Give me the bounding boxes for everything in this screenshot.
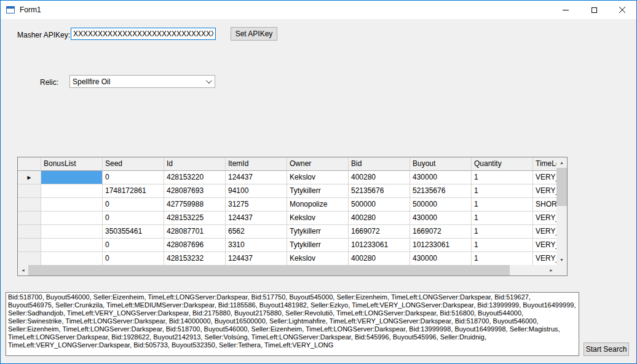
column-header-seed[interactable]: Seed [103, 157, 164, 171]
grid-cell[interactable] [41, 225, 103, 239]
grid-cell[interactable]: VERY_LONG [533, 239, 556, 252]
grid-cell[interactable]: 1 [472, 225, 533, 239]
grid-cell[interactable]: 3310 [226, 239, 287, 252]
grid-horizontal-scrollbar[interactable]: ◄ ► [18, 265, 556, 275]
relic-dropdown[interactable]: Spellfire Oil [69, 75, 215, 88]
grid-cell[interactable]: 0 [103, 239, 164, 252]
column-header-itemid[interactable]: ItemId [226, 157, 287, 171]
grid-cell[interactable]: 428087696 [164, 239, 226, 252]
grid-cell[interactable]: 430000 [410, 171, 472, 184]
grid-cell[interactable]: VERY_LONG [533, 252, 556, 265]
horizontal-scroll-thumb[interactable] [28, 265, 510, 275]
scroll-left-icon[interactable]: ◄ [18, 265, 28, 275]
grid-cell[interactable]: 1 [472, 184, 533, 198]
scroll-up-icon[interactable]: ▲ [556, 157, 567, 168]
grid-cell[interactable]: SHORT [533, 198, 556, 212]
grid-cell[interactable]: 0 [103, 252, 164, 265]
grid-cell[interactable]: 500000 [349, 198, 410, 212]
grid-cell[interactable]: Tytykillerr [287, 225, 349, 239]
row-header[interactable] [18, 239, 41, 252]
grid-corner-cell[interactable] [18, 157, 41, 171]
grid-cell[interactable]: 430000 [410, 252, 472, 265]
grid-cell[interactable] [41, 252, 103, 265]
grid-cell[interactable]: 400280 [349, 171, 410, 184]
row-header[interactable] [18, 252, 41, 265]
grid-cell[interactable]: 1 [472, 171, 533, 184]
grid-cell[interactable]: 400280 [349, 252, 410, 265]
grid-cell[interactable]: 124437 [226, 212, 287, 225]
close-button[interactable] [608, 1, 636, 19]
set-apikey-button[interactable]: Set APIKey [231, 27, 277, 41]
grid-cell[interactable]: 1748172861 [103, 184, 164, 198]
grid-cell[interactable]: Kekslov [287, 171, 349, 184]
row-header[interactable] [18, 212, 41, 225]
grid-cell[interactable]: 6562 [226, 225, 287, 239]
grid-cell[interactable] [41, 239, 103, 252]
grid-cell[interactable]: 428153232 [164, 252, 226, 265]
grid-cell[interactable]: Kekslov [287, 252, 349, 265]
grid-cell[interactable]: 101233061 [410, 239, 472, 252]
column-header-bonuslist[interactable]: BonusList [41, 157, 103, 171]
apikey-input[interactable] [71, 28, 216, 40]
horizontal-scroll-track[interactable] [28, 265, 546, 275]
grid-cell[interactable]: 1 [472, 252, 533, 265]
grid-vertical-scrollbar[interactable]: ▲ ▼ [556, 157, 567, 265]
grid-cell[interactable]: 428153220 [164, 171, 226, 184]
column-header-buyout[interactable]: Buyout [410, 157, 472, 171]
column-header-owner[interactable]: Owner [287, 157, 349, 171]
grid-cell[interactable]: 427759988 [164, 198, 226, 212]
row-header[interactable] [18, 184, 41, 198]
grid-cell[interactable]: 1 [472, 239, 533, 252]
grid-cell[interactable]: 0 [103, 198, 164, 212]
grid-cell[interactable]: VERY_LONG [533, 184, 556, 198]
column-header-quantity[interactable]: Quantity [472, 157, 533, 171]
grid-cell[interactable]: 430000 [410, 212, 472, 225]
start-search-button[interactable]: Start Search [584, 342, 629, 356]
grid-cell[interactable]: 428087701 [164, 225, 226, 239]
grid-cell[interactable]: 52135676 [410, 184, 472, 198]
grid-cell[interactable]: 94100 [226, 184, 287, 198]
grid-cell[interactable]: 124437 [226, 252, 287, 265]
grid-cell[interactable]: 400280 [349, 212, 410, 225]
maximize-button[interactable] [580, 1, 608, 19]
grid-cell[interactable]: 52135676 [349, 184, 410, 198]
grid-cell[interactable]: VERY_LONG [533, 212, 556, 225]
grid-cell[interactable]: VERY_LONG [533, 171, 556, 184]
table-row: 04280876963310Tytykillerr101233061101233… [18, 239, 556, 252]
row-header[interactable]: ► [18, 171, 41, 184]
grid-cell[interactable]: 0 [103, 171, 164, 184]
grid-cell[interactable]: 1 [472, 198, 533, 212]
title-bar[interactable]: Form1 [1, 1, 636, 19]
minimize-button[interactable] [552, 1, 580, 19]
column-header-id[interactable]: Id [164, 157, 226, 171]
grid-cell[interactable] [41, 171, 103, 184]
grid-cell[interactable]: 0 [103, 212, 164, 225]
scroll-down-icon[interactable]: ▼ [556, 255, 567, 265]
grid-cell[interactable] [41, 184, 103, 198]
grid-cell[interactable]: 500000 [410, 198, 472, 212]
grid-cell[interactable]: Tytykillerr [287, 184, 349, 198]
vertical-scroll-thumb[interactable] [556, 168, 567, 206]
row-header[interactable] [18, 198, 41, 212]
grid-cell[interactable]: Tytykillerr [287, 239, 349, 252]
results-textbox[interactable]: Bid:518700, Buyout546000, Seller:Eizenhe… [6, 292, 579, 356]
grid-cell[interactable] [41, 198, 103, 212]
column-header-timeleft[interactable]: TimeLeft [533, 157, 556, 171]
grid-cell[interactable]: 1669072 [410, 225, 472, 239]
grid-cell[interactable]: Monopolize [287, 198, 349, 212]
grid-cell[interactable]: 1669072 [349, 225, 410, 239]
grid-cell[interactable]: 428153225 [164, 212, 226, 225]
vertical-scroll-track[interactable] [556, 168, 567, 255]
scroll-right-icon[interactable]: ► [546, 265, 556, 275]
column-header-bid[interactable]: Bid [349, 157, 410, 171]
grid-cell[interactable]: 124437 [226, 171, 287, 184]
grid-cell[interactable] [41, 212, 103, 225]
grid-cell[interactable]: 101233061 [349, 239, 410, 252]
grid-cell[interactable]: 1 [472, 212, 533, 225]
grid-cell[interactable]: Kekslov [287, 212, 349, 225]
grid-cell[interactable]: 31275 [226, 198, 287, 212]
grid-cell[interactable]: 350355461 [103, 225, 164, 239]
grid-cell[interactable]: 428087693 [164, 184, 226, 198]
grid-cell[interactable]: VERY_LONG [533, 225, 556, 239]
row-header[interactable] [18, 225, 41, 239]
